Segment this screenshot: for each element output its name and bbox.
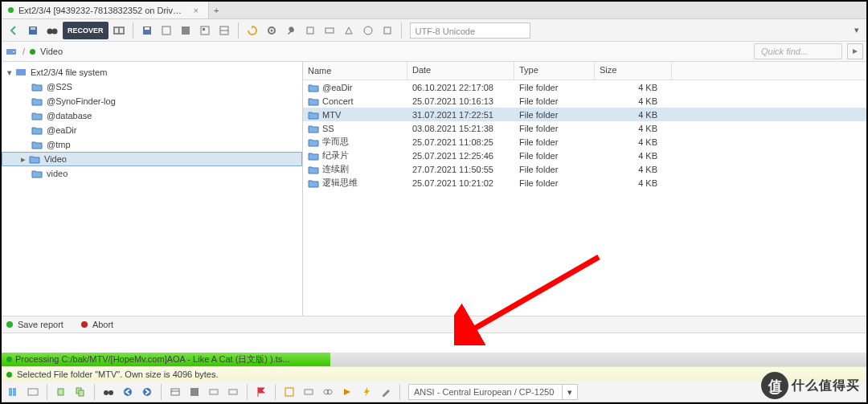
toolbar-button[interactable] — [340, 22, 358, 39]
svg-rect-10 — [182, 27, 190, 35]
toolbar-button[interactable] — [379, 22, 396, 39]
encoding-label: ANSI - Central European / CP-1250 — [414, 385, 554, 399]
svg-rect-1 — [31, 27, 35, 30]
copy-button[interactable] — [72, 383, 89, 401]
toolbar-button[interactable] — [301, 22, 319, 39]
tree-item[interactable]: @eaDir — [2, 123, 302, 137]
folder-tree[interactable]: ▾ Ext2/3/4 file system @S2S@SynoFinder-l… — [2, 62, 303, 316]
toolbar-button[interactable] — [24, 383, 42, 401]
wrench-icon[interactable] — [282, 22, 300, 39]
refresh-button[interactable] — [244, 22, 261, 39]
folder-icon — [308, 178, 319, 188]
tree-item[interactable]: @tmp — [2, 137, 302, 152]
col-date[interactable]: Date — [407, 62, 514, 80]
toolbar-secondary: ANSI - Central European / CP-1250 ▾ — [2, 382, 866, 402]
tree-item[interactable]: video — [2, 166, 302, 181]
save-button[interactable] — [138, 22, 156, 39]
folder-icon — [28, 153, 41, 165]
search-go-button[interactable] — [847, 43, 863, 59]
back-nav-button[interactable] — [119, 383, 137, 401]
forward-nav-button[interactable] — [138, 383, 156, 401]
tab-active[interactable]: Ext2/3/4 [9439232-7813832352 on Drive0: … — [2, 2, 209, 18]
edit-icon[interactable] — [377, 383, 395, 401]
toolbar-button[interactable] — [300, 383, 317, 401]
folder-icon — [31, 124, 43, 136]
list-row[interactable]: 逻辑思维25.07.2021 10:21:02File folder4 KB — [303, 176, 866, 190]
gear-icon[interactable] — [263, 22, 280, 39]
toolbar-button[interactable] — [280, 383, 298, 401]
chevron-down-icon[interactable]: ▾ — [562, 385, 572, 399]
cell-size: 4 KB — [595, 150, 672, 161]
watermark: 值 什么值得买 — [761, 372, 860, 399]
list-row[interactable]: 纪录片25.07.2021 12:25:46File folder4 KB — [303, 149, 866, 162]
binoculars-icon[interactable] — [43, 22, 61, 39]
list-row[interactable]: 学而思25.07.2021 11:08:25File folder4 KB — [303, 135, 866, 149]
col-type[interactable]: Type — [514, 62, 595, 80]
list-row[interactable]: MTV31.07.2021 17:22:51File folder4 KB — [303, 108, 866, 121]
tree-item[interactable]: @SynoFinder-log — [2, 94, 302, 108]
add-tab-button[interactable]: + — [209, 6, 223, 15]
list-row[interactable]: 连续剧27.07.2021 11:50:55File folder4 KB — [303, 162, 866, 176]
encoding-display[interactable]: UTF-8 Unicode — [410, 22, 530, 39]
toolbar-button[interactable] — [224, 383, 242, 401]
tab-title: Ext2/3/4 [9439232-7813832352 on Drive0: … — [18, 6, 186, 15]
toolbar-primary: RECOVER UTF-8 Unicode ▾ — [2, 19, 866, 42]
col-name[interactable]: Name — [303, 62, 407, 80]
col-size[interactable]: Size — [595, 62, 672, 80]
tree-item-label: @database — [47, 111, 92, 120]
svg-rect-22 — [13, 51, 14, 52]
divider-icon — [399, 384, 400, 400]
flag-icon[interactable] — [252, 383, 270, 401]
divider-icon — [161, 384, 162, 400]
tree-item[interactable]: @database — [2, 108, 302, 123]
copy-button[interactable] — [52, 383, 70, 401]
toolbar-button[interactable] — [215, 22, 233, 39]
back-button[interactable] — [5, 22, 23, 39]
toolbar-button[interactable] — [5, 383, 23, 401]
tree-root-label: Ext2/3/4 file system — [31, 67, 107, 77]
save-report-button[interactable]: Save report — [18, 320, 63, 329]
cell-size: 4 KB — [595, 164, 672, 175]
encoding-selector[interactable]: ANSI - Central European / CP-1250 ▾ — [408, 384, 578, 400]
toolbar-button[interactable] — [186, 383, 203, 401]
cell-size: 4 KB — [595, 123, 672, 134]
lightning-icon[interactable] — [358, 383, 375, 401]
disk-button[interactable] — [24, 22, 42, 39]
toolbar-button[interactable] — [205, 383, 223, 401]
divider-icon — [133, 22, 133, 39]
list-row[interactable]: @eaDir06.10.2021 22:17:08File folder4 KB — [303, 80, 866, 94]
cell-date: 25.07.2021 10:21:02 — [407, 178, 514, 189]
cell-date: 25.07.2021 11:08:25 — [407, 137, 514, 148]
recover-button[interactable]: RECOVER — [63, 22, 108, 39]
list-row[interactable]: SS03.08.2021 15:21:38File folder4 KB — [303, 121, 866, 135]
toolbar-button[interactable] — [158, 22, 175, 39]
close-tab-icon[interactable]: × — [190, 6, 202, 15]
toolbar-button[interactable] — [196, 22, 214, 39]
binoculars-icon[interactable] — [100, 383, 117, 401]
selected-status-bar: Selected File folder "MTV". Own size is … — [2, 366, 866, 382]
tree-item[interactable]: ▸Video — [2, 152, 302, 166]
cell-date: 27.07.2021 11:50:55 — [407, 164, 514, 175]
list-row[interactable]: Concert25.07.2021 10:16:13File folder4 K… — [303, 94, 866, 108]
quick-find-input[interactable]: Quick find... — [754, 43, 842, 59]
toolbar-button[interactable] — [110, 22, 128, 39]
toolbar-button[interactable] — [319, 383, 337, 401]
file-list: Name Date Type Size @eaDir06.10.2021 22:… — [303, 62, 866, 316]
tree-root[interactable]: ▾ Ext2/3/4 file system — [2, 65, 302, 80]
list-header[interactable]: Name Date Type Size — [303, 62, 866, 80]
toolbar-button[interactable] — [166, 383, 184, 401]
tree-item[interactable]: @S2S — [2, 80, 302, 94]
tree-arrow-icon[interactable]: ▸ — [18, 154, 28, 165]
toolbar-button[interactable] — [177, 22, 194, 39]
tree-arrow-icon[interactable]: ▾ — [5, 67, 14, 78]
breadcrumb-item[interactable]: Video — [40, 47, 63, 56]
chevron-down-icon[interactable]: ▾ — [850, 25, 863, 35]
tree-item-label: @SynoFinder-log — [47, 96, 116, 106]
abort-button[interactable]: Abort — [92, 320, 113, 329]
toolbar-button[interactable] — [321, 22, 338, 39]
toolbar-button[interactable] — [359, 22, 377, 39]
divider-icon — [247, 384, 248, 400]
svg-rect-39 — [285, 388, 293, 396]
main-area: ▾ Ext2/3/4 file system @S2S@SynoFinder-l… — [2, 62, 866, 316]
toolbar-button[interactable] — [338, 383, 356, 401]
